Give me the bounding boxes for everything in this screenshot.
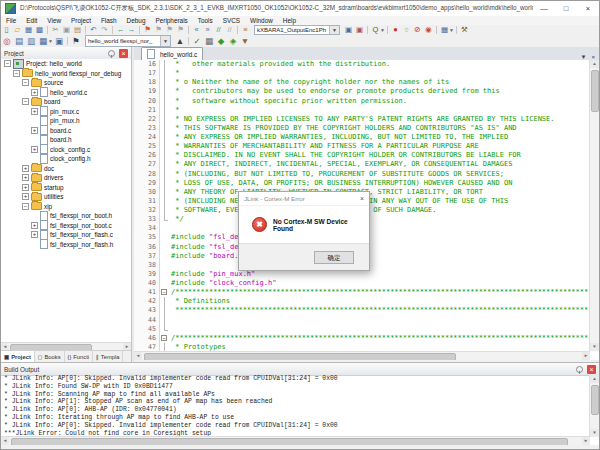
scroll-left-icon[interactable]: ◄ [134,352,142,360]
tree-item-pin-mux-c[interactable]: +pin_mux.c [1,107,131,117]
disassembly-window-icon[interactable]: ▥ [25,35,37,47]
find-next-icon[interactable]: ▣ [343,25,354,35]
paste-icon[interactable]: ▤ [72,25,83,35]
tree-item-hello-world-flexspi-nor-debug[interactable]: −hello_world flexspi_nor_debug [1,69,131,79]
menu-edit[interactable]: Edit [21,16,42,25]
tree-expander-icon[interactable]: + [31,89,38,96]
command-window-icon[interactable]: ▤ [13,35,25,47]
tree-item-clock-config-c[interactable]: +clock_config.c [1,145,131,155]
breakpoint-enable-icon[interactable]: ○ [401,25,412,35]
tree-expander-icon[interactable]: + [22,193,29,200]
tree-item-fsl-flexspi-nor-flash-c[interactable]: +fsl_flexspi_nor_flash.c [1,230,131,240]
tree-item-doc[interactable]: +doc [1,164,131,174]
tree-expander-icon[interactable]: + [22,174,29,181]
close-button[interactable]: × [577,1,599,16]
tree-item-board-h[interactable]: board.h [1,135,131,145]
scroll-up-icon[interactable]: ▲ [590,375,599,383]
menu-file[interactable]: File [1,16,21,25]
debug-session-icon[interactable]: ◎ [1,35,13,47]
menu-tools[interactable]: Tools [193,16,218,25]
scrollbar-thumb[interactable] [591,70,599,112]
tree-item-fsl-flexspi-nor-boot-h[interactable]: fsl_flexspi_nor_boot.h [1,211,131,221]
menu-window[interactable]: Window [245,16,278,25]
tree-item-startup[interactable]: +startup [1,183,131,193]
tree-expander-icon[interactable]: + [31,127,38,134]
tree-expander-icon[interactable]: + [31,222,38,229]
scroll-right-icon[interactable]: ► [582,437,590,445]
chevron-down-icon[interactable]: ▼ [329,26,339,34]
tree-expander-icon[interactable]: − [13,70,20,77]
breakpoint-kill-icon[interactable]: ◉ [423,25,434,35]
indent-icon[interactable]: » [202,25,213,35]
download-icon[interactable]: ▼ [239,35,251,47]
tree-item-pin-mux-h[interactable]: pin_mux.h [1,116,131,126]
close-panel-button[interactable]: × [119,49,128,58]
scroll-up-icon[interactable]: ▲ [590,60,599,68]
select-target-icon[interactable]: ▲ [174,35,186,47]
editor-tab-hello-world[interactable]: hello_world.c [141,47,203,60]
memory-window-icon[interactable]: ▣ [53,35,65,47]
scrollbar-thumb[interactable] [591,385,599,415]
scroll-right-icon[interactable]: ► [582,352,590,360]
find-prev-icon[interactable]: ▣ [354,25,365,35]
chevron-down-icon[interactable]: ▼ [380,27,385,33]
comment-icon[interactable]: // [213,25,224,35]
menu-project[interactable]: Project [66,16,96,25]
bookmark-next-icon[interactable]: ⚑ [164,25,175,35]
rebuild-icon[interactable]: ◆ [215,35,227,47]
search-combobox[interactable]: kXBARA1_OutputEnc1Ph ▼ [254,25,340,35]
pin-icon[interactable] [576,366,583,373]
pin-icon[interactable] [108,50,115,57]
close-panel-button[interactable]: × [587,365,596,374]
target-options-icon[interactable]: ⚑ [70,35,82,47]
tree-expander-icon[interactable]: + [31,108,38,115]
menu-help[interactable]: Help [278,16,301,25]
tree-expander-icon[interactable]: − [22,98,29,105]
ok-button[interactable]: 确定 [314,251,354,264]
navigate-back-icon[interactable]: ← [115,25,126,35]
chevron-down-icon[interactable]: ▼ [449,27,454,33]
fold-margin[interactable]: − [160,288,169,297]
bookmark-toggle-icon[interactable]: ⚑ [142,25,153,35]
translate-icon[interactable]: ✓ [191,35,203,47]
bookmark-clear-icon[interactable]: ⚑ [175,25,186,35]
build-output-hscrollbar[interactable]: ◄► [1,436,590,445]
menu-debug[interactable]: Debug [122,16,151,25]
tree-item-board-c[interactable]: +board.c [1,126,131,136]
scroll-down-icon[interactable]: ▼ [590,343,599,351]
build-icon[interactable]: ▦ [203,35,215,47]
save-icon[interactable]: ▦ [23,25,34,35]
tree-item-utilities[interactable]: +utilities [1,192,131,202]
bookmark-prev-icon[interactable]: ⚑ [153,25,164,35]
tree-expander-icon[interactable]: − [22,79,29,86]
tree-item-hello-world-c[interactable]: +hello_world.c [1,88,131,98]
fold-collapse-icon[interactable]: − [161,289,167,295]
navigate-forward-icon[interactable]: → [126,25,137,35]
redo-icon[interactable]: ↷ [99,25,110,35]
tree-item-source[interactable]: −source [1,78,131,88]
copy-icon[interactable]: ▣ [61,25,72,35]
tree-expander-icon[interactable]: − [4,60,11,67]
chevron-down-icon[interactable]: ▼ [160,36,170,46]
tree-expander-icon[interactable]: + [31,231,38,238]
dialog-close-icon[interactable]: × [355,195,369,202]
build-output-log[interactable]: * JLink Info: AP[0]: Skipped. Invalid im… [1,375,590,437]
find-in-files-icon[interactable]: ≡ [240,25,251,35]
tree-expander-icon[interactable]: + [22,184,29,191]
dialog-title-bar[interactable]: JLink - Cortex-M Error × [239,192,369,206]
tree-item-board[interactable]: −board [1,97,131,107]
editor-vscrollbar[interactable]: ▲▼ [589,60,599,351]
title-bar[interactable]: D:\Protocols\QSPI\飞凌OK1052-C开发板_SDK_2.3.… [1,1,599,17]
configure-icon[interactable]: ⚒ [459,25,470,35]
tree-item-fsl-flexspi-nor-boot-c[interactable]: +fsl_flexspi_nor_boot.c [1,221,131,231]
new-file-icon[interactable]: ▯ [1,25,12,35]
undo-icon[interactable]: ↶ [88,25,99,35]
tree-item-xip[interactable]: −xip [1,202,131,212]
target-combobox[interactable]: hello_world flexspi_nor_ ▼ [85,35,171,47]
scroll-down-icon[interactable]: ▼ [590,429,599,437]
tree-item-fsl-flexspi-nor-flash-h[interactable]: fsl_flexspi_nor_flash.h [1,240,131,250]
tree-item-clock-config-h[interactable]: clock_config.h [1,154,131,164]
tree-expander-icon[interactable]: + [31,146,38,153]
tree-expander-icon[interactable]: − [22,203,29,210]
save-all-icon[interactable]: ▩ [34,25,45,35]
